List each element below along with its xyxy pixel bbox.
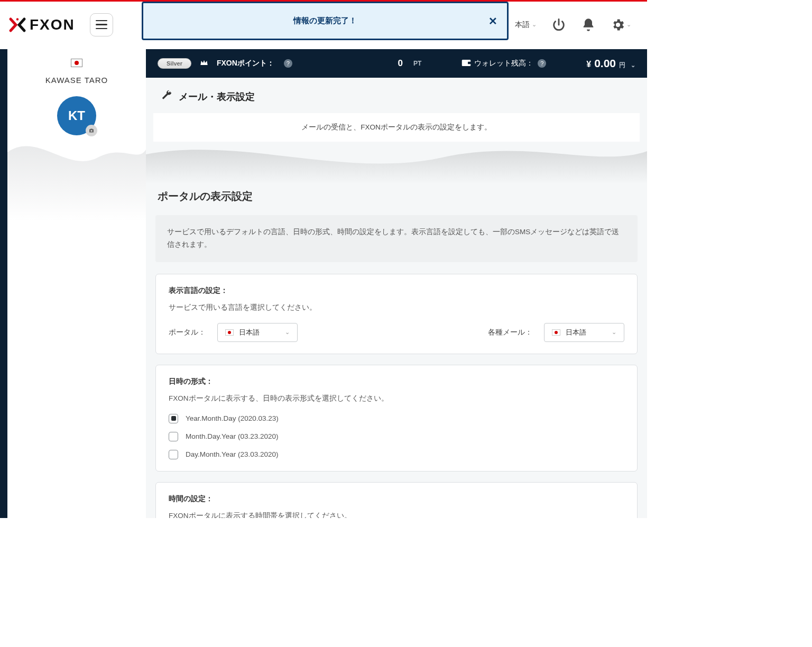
- toast-text: 情報の更新完了！: [293, 16, 357, 26]
- svg-rect-3: [468, 61, 471, 64]
- checkbox-icon: [169, 432, 178, 441]
- points-label: FXONポイント：: [217, 59, 274, 68]
- date-format-card: 日時の形式： FXONポータルに表示する、日時の表示形式を選択してください。 Y…: [155, 365, 638, 472]
- select-value: 日本語: [239, 328, 260, 337]
- logo-mark-icon: [8, 17, 26, 33]
- svg-point-1: [90, 130, 92, 132]
- avatar[interactable]: KT: [57, 96, 96, 135]
- crown-icon: [200, 59, 208, 68]
- toast-notification: 情報の更新完了！ ✕: [142, 2, 509, 40]
- checkbox-icon: [169, 450, 178, 459]
- settings-content: ポータルの表示設定 サービスで用いるデフォルトの言語、日時の形式、時間の設定をし…: [146, 189, 647, 518]
- avatar-initials: KT: [68, 108, 85, 123]
- gear-icon: [611, 17, 625, 32]
- wallet-icon: [462, 59, 471, 68]
- option-label: Month.Day.Year (03.23.2020): [186, 432, 279, 440]
- mail-language-label: 各種メール：: [488, 328, 532, 337]
- portal-settings-title: ポータルの表示設定: [158, 189, 638, 204]
- bell-icon[interactable]: [581, 17, 596, 32]
- jp-flag-icon: [552, 329, 560, 336]
- logo-text: FXON: [30, 16, 75, 33]
- settings-menu[interactable]: ⌄: [611, 17, 631, 32]
- jp-flag-icon: [225, 329, 234, 336]
- mail-language-select[interactable]: 日本語 ⌄: [544, 323, 624, 342]
- card-title: 表示言語の設定：: [169, 286, 624, 295]
- checkbox-icon: [169, 414, 178, 423]
- points-unit: PT: [413, 60, 421, 67]
- date-option-ymd[interactable]: Year.Month.Day (2020.03.23): [169, 414, 624, 423]
- help-icon[interactable]: ?: [538, 59, 546, 68]
- card-subtitle: FXONポータルに表示する、日時の表示形式を選択してください。: [169, 394, 624, 403]
- page-title: メール・表示設定: [179, 90, 255, 103]
- chevron-down-icon: ⌄: [532, 21, 537, 28]
- chevron-down-icon: ⌄: [612, 329, 616, 336]
- header-right-cluster: 本語 ⌄ ⌄: [515, 17, 641, 32]
- logo: FXON: [8, 16, 75, 33]
- wrench-icon: [161, 89, 172, 104]
- power-icon[interactable]: [551, 17, 566, 32]
- wallet-label: ウォレット残高：: [474, 59, 533, 68]
- language-settings-card: 表示言語の設定： サービスで用いる言語を選択してください。 ポータル： 日本語 …: [155, 274, 638, 354]
- country-flag-icon: [71, 59, 82, 67]
- tier-badge: Silver: [158, 58, 191, 69]
- portal-language-select[interactable]: 日本語 ⌄: [217, 323, 298, 342]
- chevron-down-icon: ⌄: [631, 62, 635, 69]
- camera-icon[interactable]: [86, 125, 97, 136]
- menu-toggle-button[interactable]: [90, 13, 113, 36]
- chevron-down-icon: ⌄: [626, 21, 631, 28]
- sidebar: KAWASE TARO KT: [0, 49, 146, 518]
- user-display-name: KAWASE TARO: [45, 76, 108, 85]
- balance-currency-symbol: ¥: [586, 60, 591, 69]
- timezone-card: 時間の設定： FXONポータルに表示する時間帯を選択してください。 (UTC-0…: [155, 482, 638, 518]
- wallet-section: ウォレット残高： ?: [462, 59, 546, 68]
- balance-amount: 0.00: [594, 57, 616, 70]
- language-selector[interactable]: 本語 ⌄: [515, 20, 537, 30]
- card-title: 時間の設定：: [169, 494, 624, 504]
- balance-unit: 円: [619, 61, 625, 70]
- balance-display[interactable]: ¥ 0.00 円 ⌄: [586, 57, 635, 70]
- date-option-mdy[interactable]: Month.Day.Year (03.23.2020): [169, 432, 624, 441]
- chevron-down-icon: ⌄: [285, 329, 290, 336]
- svg-point-0: [16, 18, 19, 20]
- card-subtitle: FXONポータルに表示する時間帯を選択してください。: [169, 511, 624, 518]
- portal-settings-help: サービスで用いるデフォルトの言語、日時の形式、時間の設定をします。表示言語を設定…: [155, 215, 638, 262]
- decorative-wave: [146, 142, 647, 184]
- option-label: Day.Month.Year (23.03.2020): [186, 450, 279, 458]
- page-desc: メールの受信と、FXONポータルの表示の設定をします。: [153, 113, 640, 142]
- points-value: 0: [398, 58, 402, 69]
- decorative-wave: [7, 131, 146, 221]
- account-summary-bar: Silver FXONポイント： ? 0 PT ウォレット残高： ? ¥ 0.0…: [146, 49, 647, 78]
- card-subtitle: サービスで用いる言語を選択してください。: [169, 303, 624, 312]
- page-heading: メール・表示設定: [146, 78, 647, 113]
- card-title: 日時の形式：: [169, 377, 624, 386]
- select-value: 日本語: [566, 328, 586, 337]
- language-label: 本語: [515, 20, 530, 30]
- help-icon[interactable]: ?: [284, 59, 292, 68]
- main-panel: Silver FXONポイント： ? 0 PT ウォレット残高： ? ¥ 0.0…: [146, 49, 647, 518]
- option-label: Year.Month.Day (2020.03.23): [186, 414, 279, 422]
- portal-language-label: ポータル：: [169, 328, 206, 337]
- toast-close-button[interactable]: ✕: [488, 15, 497, 27]
- date-option-dmy[interactable]: Day.Month.Year (23.03.2020): [169, 450, 624, 459]
